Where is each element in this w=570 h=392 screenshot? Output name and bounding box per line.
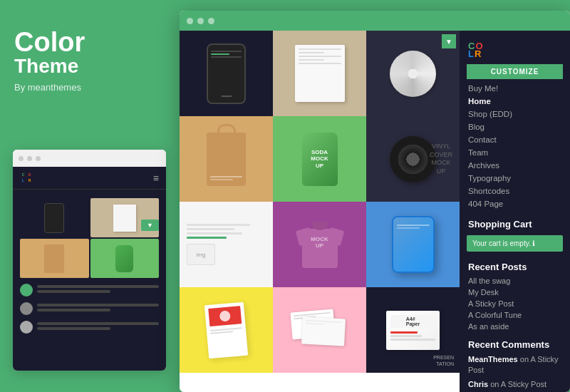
- nav-buy-me[interactable]: Buy Me!: [468, 82, 561, 95]
- portfolio-item-12[interactable]: A4#Paper PRESENTATION: [366, 287, 460, 373]
- pi-content-9: [366, 202, 460, 287]
- commenter-1: MeanThemes: [468, 355, 518, 363]
- mini-list: [13, 278, 166, 345]
- main-dot-2: [197, 18, 204, 24]
- paper-line-3: [299, 56, 341, 57]
- portfolio-item-3[interactable]: ▼: [366, 31, 460, 116]
- pi-content-8: MOCKUP: [273, 202, 366, 287]
- tshirt-mockup: MOCKUP: [295, 222, 345, 268]
- portfolio-item-4[interactable]: [180, 116, 273, 202]
- pi-content-7: img: [180, 202, 273, 287]
- theme-title-theme: Theme: [14, 56, 160, 78]
- mini-list-item-3: [20, 321, 159, 334]
- portfolio-item-7[interactable]: img: [180, 202, 273, 287]
- paper-line-2: [299, 52, 324, 53]
- pi-content-1: [180, 31, 273, 116]
- mini-header-bar: C O L R ≡: [13, 167, 166, 190]
- mini-hamburger-icon: ≡: [153, 172, 159, 184]
- mini-grid-item-3: [20, 239, 89, 278]
- bizcard-mockup: [291, 311, 348, 350]
- nav-shortcodes[interactable]: Shortcodes: [468, 185, 561, 197]
- main-dot-3: [208, 18, 214, 24]
- bag-mockup: [207, 133, 246, 186]
- paper-line-5: [299, 63, 341, 64]
- mini-browser: C O L R ≡ ▼: [13, 150, 166, 371]
- recent-post-5[interactable]: As an aside: [468, 321, 561, 332]
- main-browser-body: ▼ SODAMO: [180, 31, 570, 392]
- recent-posts-title: Recent Posts: [460, 254, 570, 275]
- mini-list-item-2: [20, 302, 159, 315]
- portfolio-item-8[interactable]: MOCKUP: [273, 202, 366, 287]
- can-mockup: SODAMOCKUP: [302, 133, 338, 186]
- sidebar: C O L R CUSTOMIZE Buy Me! Home Shop (EDD…: [460, 31, 570, 392]
- pi-content-6: VINYLCOVERMOCKUP: [366, 116, 460, 202]
- pi-content-3: [366, 31, 460, 116]
- nav-blog[interactable]: Blog: [468, 120, 561, 133]
- left-panel: Color Theme By meanthemes C O L R ≡ ▼: [0, 0, 175, 392]
- mini-dot-1: [19, 156, 24, 161]
- portfolio-grid: ▼ SODAMO: [180, 31, 460, 392]
- pi-content-4: [180, 116, 273, 202]
- logo-letter-l: L: [468, 49, 474, 58]
- phone-mockup: [207, 43, 246, 104]
- mini-grid-item-4: [90, 239, 160, 278]
- portfolio-item-6[interactable]: VINYLCOVERMOCKUP: [366, 116, 460, 202]
- mini-browser-content: C O L R ≡ ▼: [13, 167, 166, 371]
- nav-archives[interactable]: Archives: [468, 159, 561, 172]
- recent-post-1[interactable]: All the swag: [468, 275, 561, 287]
- mini-line-3: [37, 304, 159, 306]
- mini-filter-button[interactable]: ▼: [141, 220, 159, 231]
- mini-logo-o: O: [26, 172, 33, 177]
- recent-comments-title: Recent Comments: [460, 332, 570, 353]
- comment-2: Chris on A Sticky Post: [468, 378, 561, 391]
- nav-404[interactable]: 404 Page: [468, 197, 561, 210]
- pi-content-11: [273, 287, 366, 373]
- paper-line-4: [299, 59, 324, 61]
- mini-dot-2: [27, 156, 32, 161]
- comment-1: MeanThemes on A Sticky Post: [468, 353, 561, 378]
- nav-home[interactable]: Home: [468, 95, 561, 108]
- mini-line-2: [37, 290, 110, 293]
- cd-mockup: [390, 51, 436, 97]
- nav-contact[interactable]: Contact: [468, 133, 561, 146]
- tshirt-body: MOCKUP: [302, 229, 338, 268]
- nav-typography[interactable]: Typography: [468, 172, 561, 185]
- mini-dot-3: [36, 156, 41, 161]
- comment-text-2: on A Sticky Post: [490, 380, 546, 388]
- presentation-mockup: A4#Paper: [386, 311, 440, 350]
- recent-posts-list: All the swag My Desk A Sticky Post A Col…: [460, 275, 570, 332]
- recent-comments-list: MeanThemes on A Sticky Post Chris on A S…: [460, 353, 570, 392]
- mini-line-4: [37, 309, 110, 311]
- mini-browser-bar: [13, 150, 166, 167]
- mini-line-5: [37, 322, 159, 325]
- main-browser-bar: [180, 11, 570, 31]
- portfolio-item-5[interactable]: SODAMOCKUP: [273, 116, 366, 202]
- recent-post-2[interactable]: My Desk: [468, 287, 561, 298]
- sidebar-logo: C O L R: [460, 31, 570, 64]
- portfolio-item-9[interactable]: [366, 202, 460, 287]
- portfolio-item-1[interactable]: [180, 31, 273, 116]
- mini-logo-l: L: [20, 178, 26, 183]
- phone-3d-mockup: [392, 216, 435, 273]
- recent-post-4[interactable]: A Colorful Tune: [468, 309, 561, 321]
- mini-color-logo: C O L R: [20, 172, 34, 184]
- commenter-2: Chris: [468, 380, 488, 388]
- mini-text-1: [37, 285, 159, 295]
- pi-content-2: [273, 31, 366, 116]
- pi-content-12: A4#Paper PRESENTATION: [366, 287, 460, 373]
- logo-bottom-row: L R: [468, 49, 483, 58]
- cart-empty-msg: Your cart is empty. ℹ: [467, 235, 563, 252]
- portfolio-item-2[interactable]: [273, 31, 366, 116]
- recent-post-3[interactable]: A Sticky Post: [468, 298, 561, 309]
- portfolio-item-10[interactable]: [180, 287, 273, 373]
- pi-content-5: SODAMOCKUP: [273, 116, 366, 202]
- can-label: SODAMOCKUP: [311, 149, 328, 170]
- nav-shop[interactable]: Shop (EDD): [468, 108, 561, 120]
- mini-line-6: [37, 327, 110, 330]
- mini-grid-item-1: [20, 198, 89, 237]
- logo-letter-r: R: [475, 49, 481, 58]
- customize-button[interactable]: CUSTOMIZE: [467, 64, 563, 79]
- portfolio-item-11[interactable]: [273, 287, 366, 373]
- nav-team[interactable]: Team: [468, 146, 561, 159]
- paper-line-1: [299, 48, 341, 50]
